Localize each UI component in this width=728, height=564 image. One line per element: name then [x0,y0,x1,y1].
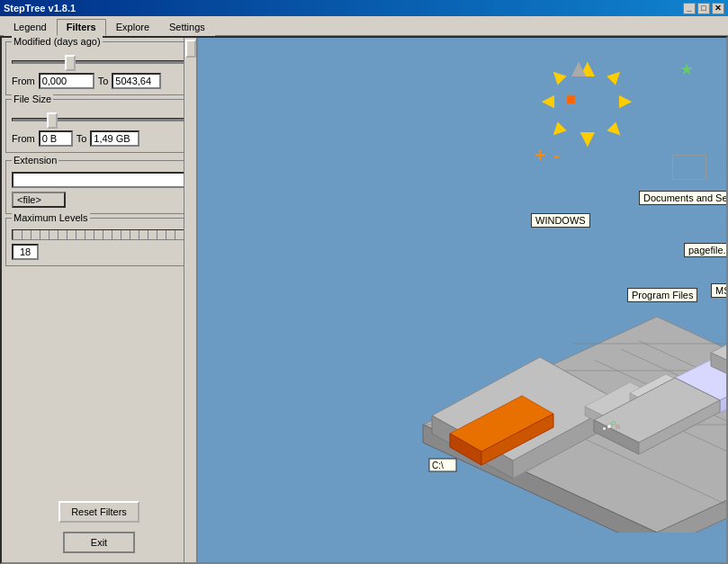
tab-explore[interactable]: Explore [106,19,159,36]
nav-arrow-downleft[interactable]: ▲ [541,115,574,148]
filesize-to-label: To [76,133,87,144]
tab-legend[interactable]: Legend [4,19,57,36]
filesize-slider-thumb[interactable] [47,112,58,129]
minimize-button[interactable]: _ [683,3,696,14]
maxlevels-value: 18 [12,244,39,260]
modified-slider-track [12,53,186,71]
modified-from-input[interactable] [39,73,94,89]
svg-rect-51 [616,425,619,428]
filesize-slider-track [12,111,186,129]
nav-arrow-down[interactable]: ▼ [575,124,600,153]
extension-filter-group: Extension <file> [5,160,193,214]
modified-range-row: From To [12,73,186,89]
left-panel-scrollbar[interactable] [184,38,196,562]
label-documents[interactable]: Documents and Settings [639,191,726,205]
filesize-slider-bar [12,118,186,121]
maxlevels-slider[interactable] [12,229,186,240]
maxlevels-filter-title: Maximum Levels [12,212,90,223]
filesize-from-input[interactable] [39,130,73,147]
reset-filters-button[interactable]: Reset Filters [58,501,139,523]
modified-slider-bar [12,60,186,64]
modified-to-input[interactable] [112,73,161,89]
label-pagefile[interactable]: pagefile.sys [684,243,726,257]
app-title: StepTree v1.8.1 [4,3,76,13]
nav-arrow-upright[interactable]: ▲ [600,59,634,93]
label-windows[interactable]: WINDOWS [531,213,590,228]
title-bar: StepTree v1.8.1 _ □ ✕ [0,0,728,16]
svg-rect-50 [603,427,606,430]
svg-rect-49 [612,422,615,425]
extension-filter-title: Extension [12,155,58,166]
filesize-filter-group: File Size From To [5,99,193,153]
modified-slider-thumb[interactable] [65,55,76,71]
viz-area: ▲ ▲ ▲ ◄ ■ ► ▲ ▼ ▲ ★ ▲ + - [198,38,726,562]
tab-filters[interactable]: Filters [57,19,106,36]
tab-settings[interactable]: Settings [159,19,215,36]
nav-center-mark[interactable]: ■ [566,90,576,109]
filesize-range-row: From To [12,130,186,147]
label-program-files[interactable]: Program Files [627,288,697,302]
left-panel: Modified (days ago) From To File Size [2,38,198,562]
modified-filter-title: Modified (days ago) [12,36,103,47]
nav-arrow-left[interactable]: ◄ [537,88,559,113]
nav-arrow-gray-up[interactable]: ▲ [566,54,591,83]
maximize-button[interactable]: □ [697,3,710,14]
nav-home-icon[interactable]: ★ [679,59,694,79]
modified-from-label: From [12,76,35,86]
nav-arrow-right[interactable]: ► [615,88,636,113]
svg-text:C:\: C:\ [432,461,444,470]
scrollbar-thumb[interactable] [185,40,196,58]
modified-filter-group: Modified (days ago) From To [5,41,193,95]
menu-bar: Legend Filters Explore Settings [0,16,728,36]
svg-rect-48 [607,425,611,428]
modified-to-label: To [98,76,109,86]
extension-dropdown-value: <file> [17,194,41,205]
close-button[interactable]: ✕ [712,3,724,14]
filesize-filter-title: File Size [12,94,53,104]
main-area: Modified (days ago) From To File Size [0,36,728,564]
maxlevels-filter-group: Maximum Levels 18 [5,218,193,266]
filesize-to-input[interactable] [90,130,139,147]
exit-button[interactable]: Exit [63,532,135,553]
label-msocache[interactable]: MSOCache [711,283,726,298]
filesize-from-label: From [12,133,35,144]
nav-arrow-downright[interactable]: ▲ [600,115,634,148]
window-controls: _ □ ✕ [683,3,724,14]
button-area: Reset Filters Exit [5,501,193,553]
extension-dropdown[interactable]: <file> [12,192,66,208]
treemap-svg: C:\ [405,155,726,533]
extension-input[interactable] [12,172,186,188]
